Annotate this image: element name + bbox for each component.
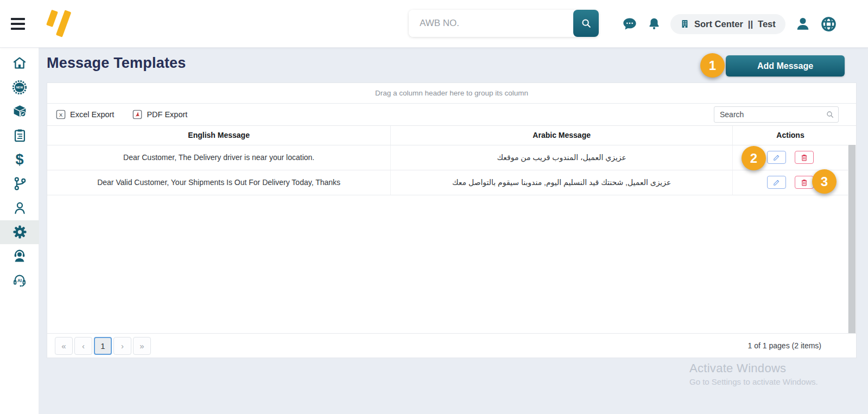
awb-search-input[interactable] bbox=[409, 10, 573, 37]
globe-icon bbox=[820, 16, 837, 33]
pagination-summary: 1 of 1 pages (2 items) bbox=[748, 341, 821, 350]
home-icon bbox=[12, 55, 27, 71]
profile-button[interactable] bbox=[795, 16, 811, 32]
message-templates-grid: Drag a column header here to group its c… bbox=[47, 82, 857, 358]
edit-button[interactable] bbox=[767, 176, 786, 189]
group-panel: Drag a column header here to group its c… bbox=[47, 83, 856, 104]
language-button[interactable] bbox=[820, 16, 837, 33]
app-root: Sort Center || Test bbox=[0, 0, 868, 414]
column-header-arabic[interactable]: Arabic Message bbox=[391, 126, 733, 145]
top-header: Sort Center || Test bbox=[0, 0, 868, 48]
page-first-button[interactable]: « bbox=[55, 337, 73, 355]
sidebar-item-ai-assistant[interactable]: AI bbox=[0, 269, 39, 293]
arabic-message-cell: عزيزى العميل, شحنتك قيد النسليم اليوم, م… bbox=[391, 170, 733, 195]
grid-search-input[interactable] bbox=[714, 106, 839, 123]
annotation-badge-3: 3 bbox=[812, 169, 837, 194]
grid-search bbox=[714, 106, 839, 123]
sidebar-item-home[interactable] bbox=[0, 51, 39, 75]
excel-export-label: Excel Export bbox=[70, 110, 114, 119]
sidebar-item-shipments[interactable] bbox=[0, 99, 39, 124]
notifications-button[interactable] bbox=[647, 16, 661, 31]
branch-icon bbox=[12, 176, 27, 191]
pencil-icon bbox=[772, 179, 781, 187]
table-row: Dear Valid Customer, Your Shipments Is O… bbox=[47, 170, 848, 195]
grid-toolbar: X Excel Export PDF Export bbox=[47, 104, 856, 126]
table-header-row: English Message Arabic Message Actions bbox=[47, 126, 848, 145]
new-badge-icon: NEW bbox=[12, 80, 27, 95]
excel-icon: X bbox=[56, 110, 66, 119]
vertical-scrollbar bbox=[848, 145, 856, 335]
package-icon bbox=[12, 104, 28, 119]
sidebar: NEW $ bbox=[0, 48, 39, 414]
search-icon bbox=[826, 110, 834, 119]
bell-icon bbox=[647, 16, 661, 31]
page-prev-button[interactable]: ‹ bbox=[74, 337, 92, 355]
sidebar-item-users[interactable] bbox=[0, 196, 39, 220]
delete-button[interactable] bbox=[795, 151, 814, 164]
hamburger-menu-icon[interactable] bbox=[11, 17, 26, 31]
pencil-icon bbox=[772, 154, 781, 162]
awb-search bbox=[409, 10, 599, 37]
dollar-icon: $ bbox=[15, 152, 23, 167]
add-message-button[interactable]: Add Message bbox=[726, 55, 845, 77]
search-icon bbox=[580, 17, 592, 29]
arabic-message-cell: عزيزي العميل، المندوب قريب من موقعك bbox=[391, 145, 733, 170]
chat-icon bbox=[622, 16, 638, 31]
sidebar-item-new-features[interactable]: NEW bbox=[0, 75, 39, 100]
station-env: Test bbox=[758, 19, 776, 29]
watermark-title: Activate Windows bbox=[689, 361, 818, 375]
column-header-actions[interactable]: Actions bbox=[733, 126, 848, 145]
sidebar-item-support[interactable] bbox=[0, 244, 39, 269]
station-separator: || bbox=[748, 19, 753, 29]
edit-button[interactable] bbox=[767, 151, 786, 164]
trash-icon bbox=[800, 179, 808, 187]
page-last-button[interactable]: » bbox=[133, 337, 151, 355]
watermark-subtitle: Go to Settings to activate Windows. bbox=[689, 377, 818, 386]
ai-assistant-icon: AI bbox=[12, 273, 27, 288]
svg-text:AI: AI bbox=[17, 278, 22, 283]
english-message-cell: Dear Customer, The Delivery driver is ne… bbox=[47, 145, 391, 170]
annotation-badge-2: 2 bbox=[742, 146, 766, 170]
settings-gear-icon bbox=[12, 224, 28, 240]
trash-icon bbox=[800, 154, 808, 162]
logo-v-icon bbox=[46, 8, 72, 39]
sidebar-item-settings[interactable] bbox=[0, 220, 39, 245]
sidebar-item-orders[interactable] bbox=[0, 124, 39, 148]
messages-table: English Message Arabic Message Actions D… bbox=[47, 126, 848, 195]
svg-text:NEW: NEW bbox=[16, 86, 23, 89]
english-message-cell: Dear Valid Customer, Your Shipments Is O… bbox=[47, 170, 391, 195]
chat-button[interactable] bbox=[622, 16, 638, 31]
pdf-export-button[interactable]: PDF Export bbox=[132, 110, 187, 119]
sidebar-item-finance[interactable]: $ bbox=[0, 148, 39, 172]
page-number-button[interactable]: 1 bbox=[94, 337, 112, 355]
awb-search-button[interactable] bbox=[573, 10, 599, 37]
pdf-icon bbox=[132, 110, 142, 119]
support-agent-icon bbox=[12, 249, 27, 264]
person-icon bbox=[12, 201, 27, 215]
page-title: Message Templates bbox=[47, 55, 186, 72]
page-next-button[interactable]: › bbox=[113, 337, 131, 355]
station-selector[interactable]: Sort Center || Test bbox=[670, 14, 785, 34]
header-actions: Sort Center || Test bbox=[622, 0, 837, 48]
brand-logo bbox=[46, 8, 72, 41]
table-row: Dear Customer, The Delivery driver is ne… bbox=[47, 145, 848, 170]
clipboard-icon bbox=[12, 128, 27, 143]
user-icon bbox=[795, 16, 811, 32]
excel-export-button[interactable]: X Excel Export bbox=[56, 110, 114, 119]
pagination-bar: « ‹ 1 › » 1 of 1 pages (2 items) bbox=[47, 333, 856, 358]
column-header-english[interactable]: English Message bbox=[47, 126, 391, 145]
building-icon bbox=[680, 18, 689, 29]
svg-text:X: X bbox=[59, 112, 63, 118]
station-name: Sort Center bbox=[694, 19, 743, 29]
sidebar-item-workflow[interactable] bbox=[0, 172, 39, 196]
pdf-export-label: PDF Export bbox=[147, 110, 187, 119]
annotation-badge-1: 1 bbox=[700, 53, 725, 78]
windows-watermark: Activate Windows Go to Settings to activ… bbox=[689, 361, 818, 386]
scrollbar-thumb[interactable] bbox=[848, 145, 856, 334]
delete-button[interactable] bbox=[795, 176, 814, 189]
